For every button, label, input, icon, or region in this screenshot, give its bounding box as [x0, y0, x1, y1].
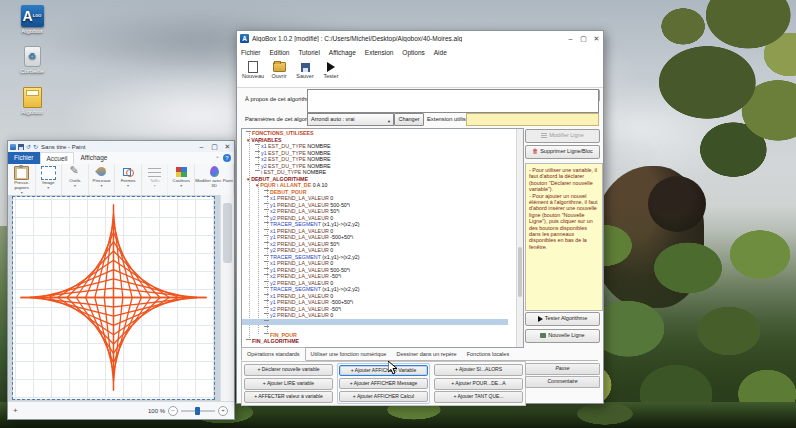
tree-token: NOMBRE: [303, 169, 326, 175]
tree-branch-line: [255, 170, 260, 174]
close-button[interactable]: ✕: [590, 35, 603, 43]
paint-canvas[interactable]: [13, 197, 214, 399]
tree-token: EST_DU_TYPE: [267, 156, 308, 162]
algobox-window-title: AlgoBox 1.0.2 [modifié] : C:/Users/Miche…: [252, 35, 462, 42]
change-button[interactable]: Changer: [394, 113, 424, 126]
ouvrir-button[interactable]: Ouvrir: [267, 61, 291, 79]
sauver-button[interactable]: Sauver: [293, 61, 317, 79]
tree-token: -500+50*i: [330, 234, 353, 240]
save-icon: [301, 63, 310, 72]
ribbon-group-modifier-avec-paint-3d[interactable]: Modifier avec Paint 3D: [195, 164, 234, 195]
extension-input[interactable]: [466, 113, 599, 126]
tree-token: FIN_ALGORITHME: [252, 338, 299, 344]
tree-branch-line: [264, 255, 269, 259]
algorithm-tree[interactable]: FONCTIONS_UTILISEES▼VARIABLESx1 EST_DU_T…: [241, 128, 524, 348]
desktop-icon-corbeille[interactable]: ♻Corbeille: [8, 46, 56, 75]
tab-fonctions-locales[interactable]: Fonctions locales: [462, 348, 515, 360]
tree-token: 500-50*i: [330, 267, 350, 273]
recycle-bin-icon: ♻: [24, 46, 41, 67]
tester-button[interactable]: Tester: [319, 61, 343, 79]
tree-scrollbar[interactable]: [516, 129, 523, 347]
button-column-1: + Déclarer nouvelle variable+ Ajouter LI…: [243, 363, 334, 404]
tree-token: PREND_LA_VALEUR: [276, 273, 331, 279]
ribbon-group-pinceaux[interactable]: Pinceaux▾: [89, 164, 116, 195]
menu-options[interactable]: Options: [402, 49, 424, 56]
minimize-button[interactable]: –: [195, 143, 208, 150]
d-clarer-nouvelle-variable-button[interactable]: + Déclarer nouvelle variable: [244, 364, 333, 376]
desktop-icon-algobox[interactable]: ALGOAlgobox: [8, 5, 56, 35]
tree-token: PREND_LA_VALEUR: [276, 280, 331, 286]
canvas-vertical-scrollbar[interactable]: [220, 195, 234, 402]
zoom-slider[interactable]: [181, 410, 215, 412]
tree-token: -50*i: [330, 306, 341, 312]
ajouter-tant-que--button[interactable]: + Ajouter TANT QUE...: [434, 391, 523, 403]
paint-app-icon: [10, 144, 16, 150]
ribbon-group-couleurs[interactable]: Couleurs▾: [168, 164, 195, 195]
colors-icon: [175, 166, 188, 178]
menu-edition[interactable]: Edition: [270, 49, 290, 56]
delete-line-button[interactable]: 🗑Supprimer Ligne/Bloc: [525, 145, 600, 159]
chevron-down-icon: ▾: [47, 186, 49, 190]
ajouter-si-alors-button[interactable]: + Ajouter SI...ALORS: [434, 364, 523, 376]
ribbon-group-outils[interactable]: Outils▾: [62, 164, 89, 195]
help-icon[interactable]: ?: [223, 154, 231, 162]
collapse-ribbon-icon[interactable]: ⌃: [215, 155, 220, 162]
minimize-button[interactable]: –: [564, 35, 577, 42]
algobox-titlebar[interactable]: A AlgoBox 1.0.2 [modifié] : C:/Users/Mic…: [237, 31, 603, 47]
zoom-level: 100 %: [148, 408, 165, 414]
ajouter-afficher-message-button[interactable]: + Ajouter AFFICHER Message: [339, 378, 428, 389]
tree-token: PREND_LA_VALEUR: [276, 234, 331, 240]
tree-row[interactable]: FIN_ALGORITHME: [242, 338, 523, 345]
about-textarea[interactable]: [307, 89, 599, 113]
help-text-panel: - Pour utiliser une variable, il faut d'…: [525, 163, 603, 311]
tab-utiliser-une-fonction-num-rique[interactable]: Utiliser une fonction numérique: [306, 348, 392, 360]
zoom-in-button[interactable]: +: [218, 406, 228, 416]
ajouter-pour-de-a-button[interactable]: + Ajouter POUR...DE...A: [434, 378, 523, 390]
nouveau-button[interactable]: Nouveau: [241, 61, 265, 79]
zoom-out-button[interactable]: –: [168, 406, 178, 416]
toolbar-button-label: Sauver: [293, 73, 317, 79]
maximize-button[interactable]: ▢: [208, 143, 221, 151]
save-icon[interactable]: [18, 144, 24, 150]
menu-tutoriel[interactable]: Tutoriel: [298, 49, 319, 56]
tree-branch-line: [246, 339, 251, 343]
zoom-slider-thumb[interactable]: [195, 407, 200, 415]
tab-affichage[interactable]: Affichage: [74, 152, 113, 164]
tab-op-rations-standards[interactable]: Opérations standards: [241, 347, 306, 361]
tree-token: 0: [330, 293, 333, 299]
comment-button[interactable]: Commentaire: [525, 376, 600, 388]
tab-dessiner-dans-un-rep-re[interactable]: Dessiner dans un repère: [391, 348, 461, 360]
ribbon-group-presse-papiers[interactable]: Presse-papiers▾: [9, 164, 36, 195]
redo-icon[interactable]: ↻: [33, 144, 38, 150]
tree-token: (x1,y1)->(x2,y2): [321, 221, 360, 227]
test-algorithm-button[interactable]: Tester Algorithme: [525, 312, 600, 326]
params-select[interactable]: Arrondi auto : vrai▼: [307, 113, 394, 126]
tree-token: 50*i: [330, 208, 339, 214]
menu-affichage[interactable]: Affichage: [329, 49, 356, 56]
undo-icon[interactable]: ↺: [26, 144, 31, 150]
menu-aide[interactable]: Aide: [434, 49, 447, 56]
algobox-app-icon: A: [240, 34, 249, 43]
modify-line-button[interactable]: Modifier Ligne: [525, 129, 600, 143]
desktop-icon-algobox[interactable]: Algobox: [8, 87, 56, 116]
tab-fichier[interactable]: Fichier: [8, 152, 40, 164]
ribbon-group-formes[interactable]: Formes▾: [115, 164, 142, 195]
maximize-button[interactable]: ▢: [577, 35, 590, 43]
menu-extension[interactable]: Extension: [365, 49, 394, 56]
open-folder-icon: [273, 62, 286, 72]
ajouter-afficher-calcul-button[interactable]: + Ajouter AFFICHER Calcul: [339, 391, 428, 402]
ajouter-lire-variable-button[interactable]: + Ajouter LIRE variable: [244, 378, 333, 390]
new-line-button[interactable]: Nouvelle Ligne: [525, 329, 600, 343]
tab-accueil[interactable]: Accueil: [40, 152, 75, 164]
tree-token: PREND_LA_VALEUR: [276, 208, 331, 214]
ajouter-afficher-variable-button[interactable]: + Ajouter AFFICHER Variable: [339, 365, 428, 376]
modify-icon: [541, 133, 547, 138]
affecter-valeur-variable-button[interactable]: + AFFECTER valeur à variable: [244, 391, 333, 403]
pause-button[interactable]: Pause: [525, 363, 600, 375]
algobox-toolbar: NouveauOuvrirSauverTester Mode normal Mo…: [237, 58, 603, 88]
ribbon-group-image[interactable]: Image▾: [36, 164, 63, 195]
menu-fichier[interactable]: Fichier: [241, 49, 261, 56]
paint-window-title: Sans titre - Paint: [41, 144, 85, 150]
tree-token: EST_DU_TYPE: [267, 150, 308, 156]
close-button[interactable]: ✕: [221, 143, 234, 151]
